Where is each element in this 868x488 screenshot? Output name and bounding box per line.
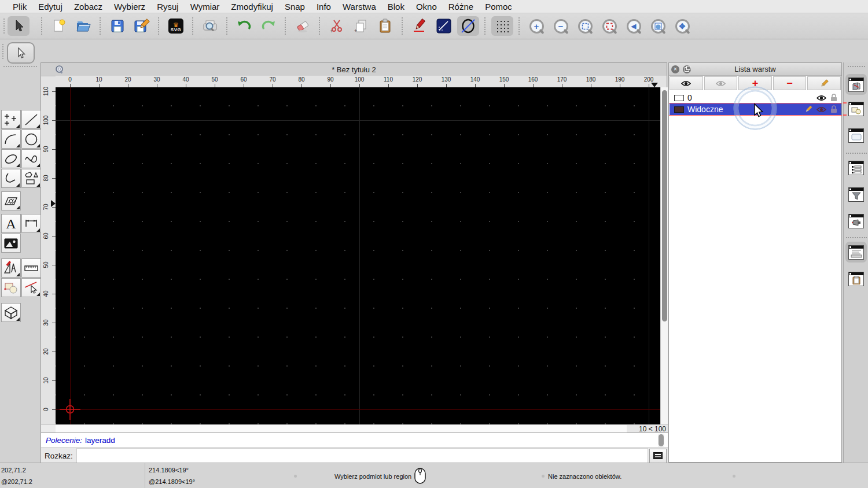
- save-as-button[interactable]: [131, 16, 153, 36]
- points-tool[interactable]: [1, 110, 21, 129]
- line-tool-button[interactable]: [433, 16, 455, 36]
- circle-tool[interactable]: [21, 130, 41, 149]
- save-button[interactable]: [106, 16, 128, 36]
- pick-delete-tool[interactable]: [21, 278, 41, 297]
- layer-color-swatch[interactable]: [674, 95, 684, 101]
- layer-visibility-icon[interactable]: [816, 95, 826, 101]
- history-scrollbar[interactable]: [658, 434, 664, 447]
- redo-button[interactable]: [258, 16, 279, 36]
- select-tool-button[interactable]: [8, 16, 30, 36]
- layer-visibility-icon[interactable]: [816, 106, 826, 113]
- palette-handle[interactable]: [3, 66, 37, 67]
- polygon-tool[interactable]: [21, 169, 41, 188]
- hatch-tool[interactable]: [1, 191, 21, 210]
- detach-icon[interactable]: [683, 65, 691, 73]
- delete-button[interactable]: [292, 16, 314, 36]
- palette-select-button[interactable]: [7, 42, 35, 64]
- menu-item-info[interactable]: Info: [311, 2, 337, 12]
- v-ruler-label: 20: [41, 346, 50, 357]
- edit-layer-button[interactable]: [807, 76, 841, 90]
- dock-library-button[interactable]: [845, 125, 867, 146]
- zoom-out-button[interactable]: −: [550, 16, 572, 36]
- dock-entity-list-button[interactable]: [845, 157, 867, 178]
- dock-handle[interactable]: [848, 66, 865, 67]
- undo-icon: [236, 19, 252, 34]
- new-file-button[interactable]: [48, 16, 70, 36]
- dock-block-list-button[interactable]: [845, 98, 867, 119]
- vertical-scrollbar[interactable]: [660, 87, 668, 424]
- zoom-auto-button[interactable]: [574, 16, 596, 36]
- menu-item-warstwa[interactable]: Warstwa: [337, 2, 382, 12]
- select-entities-tool[interactable]: [1, 278, 21, 297]
- modify-tool[interactable]: [1, 258, 21, 278]
- zoom-previous-button[interactable]: [598, 16, 620, 36]
- copy-button[interactable]: +: [350, 16, 372, 36]
- h-ruler-label: 40: [182, 76, 189, 83]
- remove-layer-button[interactable]: −: [773, 76, 807, 90]
- paste-button[interactable]: [374, 16, 396, 36]
- zoom-in-button[interactable]: +: [525, 16, 547, 36]
- cursor-arrow-icon: [12, 19, 25, 33]
- menu-item-zobacz[interactable]: Zobacz: [68, 2, 108, 12]
- arc-tool[interactable]: [1, 130, 21, 149]
- cut-button[interactable]: +: [326, 16, 348, 36]
- svg-export-button[interactable]: ♛ SVG: [165, 16, 187, 36]
- undo-button[interactable]: [233, 16, 255, 36]
- menu-item-wybierz[interactable]: Wybierz: [108, 2, 151, 12]
- layer-edit-icon[interactable]: [804, 105, 812, 113]
- menu-item-wymiar[interactable]: Wymiar: [185, 2, 226, 12]
- horizontal-scrollbar[interactable]: [41, 424, 627, 432]
- 3d-box-tool[interactable]: [1, 303, 21, 322]
- layer-row-0[interactable]: 0: [670, 92, 841, 103]
- hide-all-layers-button[interactable]: [704, 76, 738, 90]
- isometric-circle-button[interactable]: [457, 16, 479, 36]
- layer-row-widoczne[interactable]: Widoczne: [670, 103, 841, 115]
- menu-item-edytuj[interactable]: Edytuj: [32, 2, 68, 12]
- command-history-value: layeradd: [85, 436, 115, 445]
- grid-toggle-button[interactable]: [491, 16, 513, 36]
- line-tool[interactable]: [21, 110, 41, 129]
- dock-filter-button[interactable]: [845, 184, 867, 205]
- print-preview-button[interactable]: [199, 16, 221, 36]
- dock-pen-palette-button[interactable]: [845, 210, 867, 231]
- document-titlebar[interactable]: * Bez tytułu 2: [41, 63, 667, 76]
- zoom-back-button[interactable]: ◀: [623, 16, 645, 36]
- toolbar-handle[interactable]: [3, 19, 5, 34]
- image-tool[interactable]: [1, 234, 21, 253]
- menu-item-plik[interactable]: Plik: [7, 2, 32, 12]
- layer-color-swatch[interactable]: [674, 106, 684, 113]
- dock-layer-list-button[interactable]: [845, 74, 867, 95]
- vertical-scrollbar-thumb[interactable]: [662, 90, 667, 321]
- close-icon[interactable]: ×: [671, 65, 679, 73]
- drawing-canvas[interactable]: [56, 87, 660, 424]
- dock-command-button[interactable]: [845, 242, 867, 263]
- ellipse-tool[interactable]: [1, 149, 21, 168]
- layer-lock-icon[interactable]: [830, 94, 837, 102]
- layer-lock-icon[interactable]: [830, 105, 837, 113]
- text-tool[interactable]: A: [1, 214, 21, 233]
- dimension-tool[interactable]: [21, 214, 41, 233]
- history-scrollbar-thumb[interactable]: [659, 434, 664, 446]
- menu-item-pomoc[interactable]: Pomoc: [479, 2, 518, 12]
- menu-item-okno[interactable]: Okno: [410, 2, 443, 12]
- command-input[interactable]: [76, 448, 648, 464]
- dock-clipboard-button[interactable]: [845, 268, 867, 289]
- zoom-window-button[interactable]: [647, 16, 669, 36]
- show-all-layers-button[interactable]: [670, 76, 703, 90]
- menu-item-rysuj[interactable]: Rysuj: [151, 2, 185, 12]
- keyboard-icon: [653, 452, 663, 459]
- zoom-pan-button[interactable]: ✥: [671, 16, 693, 36]
- menu-item-snap[interactable]: Snap: [279, 2, 311, 12]
- palette-handle[interactable]: [2, 44, 4, 59]
- keyboard-toggle-button[interactable]: [649, 449, 667, 463]
- measure-tool[interactable]: [21, 258, 41, 278]
- menu-item-różne[interactable]: Różne: [443, 2, 479, 12]
- add-layer-button[interactable]: +: [738, 76, 772, 90]
- v-ruler: 1101009080706050403020100: [41, 87, 56, 424]
- menu-item-blok[interactable]: Blok: [382, 2, 410, 12]
- open-file-button[interactable]: [72, 16, 94, 36]
- spline-tool[interactable]: [21, 149, 41, 168]
- menu-item-zmodyfikuj[interactable]: Zmodyfikuj: [225, 2, 279, 12]
- pen-edit-button[interactable]: [409, 16, 431, 36]
- polyline-tool[interactable]: [1, 169, 21, 188]
